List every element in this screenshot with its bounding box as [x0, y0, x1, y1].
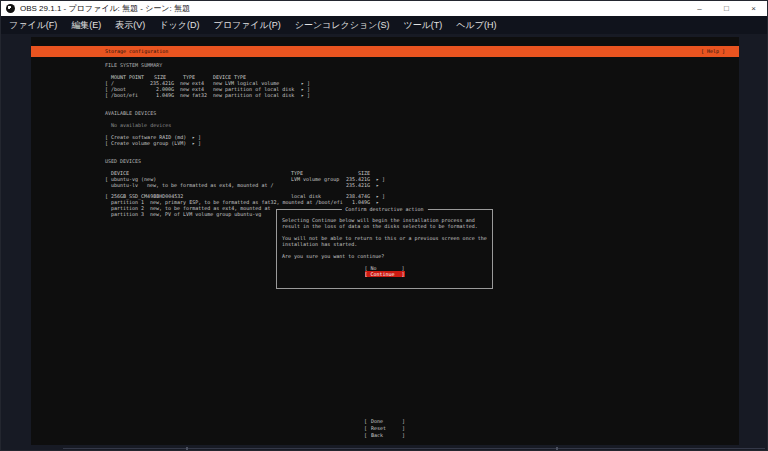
obs-logo-icon: [6, 4, 15, 13]
bracket-open: [: [105, 140, 108, 146]
bracket-close: ]: [401, 271, 404, 277]
dialog-paragraph: Selecting Continue below will begin the …: [282, 217, 487, 229]
reset-button[interactable]: [ Reset ]: [364, 425, 405, 431]
bracket-open: [: [364, 432, 367, 438]
window-titlebar: OBS 29.1.1 - プロファイル: 無題 - シーン: 無題 – □ ×: [1, 1, 767, 16]
partition-row[interactable]: partition 3 new, PV of LVM volume group …: [105, 211, 117, 217]
fs-type: new fat32: [180, 92, 207, 98]
dialog-title: Confirm destructive action: [341, 206, 427, 213]
window-title: OBS 29.1.1 - プロファイル: 無題 - シーン: 無題: [20, 3, 190, 14]
button-label: Reset: [371, 425, 402, 431]
available-devices-heading: AVAILABLE DEVICES: [105, 110, 156, 116]
more-arrow-icon: ▸ ]: [192, 140, 201, 146]
done-button[interactable]: [ Done ]: [364, 418, 405, 424]
continue-button[interactable]: [ Continue ]: [365, 271, 405, 277]
dock-divider: [63, 448, 765, 449]
dock-splitter-handle[interactable]: [186, 447, 188, 450]
confirm-dialog: Confirm destructive action Selecting Con…: [276, 209, 493, 289]
installer-title: Storage configuration: [105, 46, 168, 57]
menu-edit[interactable]: 編集(E): [71, 19, 101, 32]
menubar: ファイル(F) 編集(E) 表示(V) ドック(D) プロファイル(P) シーン…: [1, 16, 767, 34]
back-button[interactable]: [ Back ]: [364, 432, 405, 438]
dock-splitter-handle[interactable]: [556, 447, 558, 450]
bracket-close: ]: [402, 418, 405, 424]
bracket-open: [: [364, 418, 367, 424]
size: 1.049G: [321, 199, 370, 205]
bracket-open: [: [105, 92, 108, 98]
partition-name: partition 3: [111, 211, 144, 217]
button-label: Done: [371, 418, 402, 424]
obs-window: { "window": { "title": "OBS 29.1.1 - プロフ…: [0, 0, 768, 451]
button-label: Back: [371, 432, 402, 438]
button-label: Create volume group (LVM): [111, 140, 186, 146]
size: 235.421G: [321, 182, 370, 188]
menu-docks[interactable]: ドック(D): [159, 19, 199, 32]
used-devices-heading: USED DEVICES: [105, 158, 141, 164]
no-available-devices-text: No available devices: [111, 122, 171, 128]
more-arrow-icon: ▸ ]: [301, 92, 310, 98]
dialog-paragraph: You will not be able to return to this o…: [282, 235, 487, 247]
device-type: new partition of local disk: [213, 92, 294, 98]
close-button[interactable]: ×: [740, 1, 767, 16]
dialog-paragraph: Are you sure you want to continue?: [282, 253, 487, 259]
window-controls: – □ ×: [686, 1, 767, 16]
bracket-open: [: [364, 425, 367, 431]
installer-header-bar: Storage configuration [ Help ]: [31, 46, 739, 57]
dialog-buttons: [ No ] [ Continue ]: [282, 265, 487, 277]
more-arrow-icon: ▸: [376, 199, 379, 205]
help-button[interactable]: [ Help ]: [701, 46, 725, 57]
lv-row[interactable]: ubuntu-lv new, to be formatted as ext4, …: [105, 182, 117, 188]
bracket-close: ]: [402, 425, 405, 431]
fs-summary-heading: FILE SYSTEM SUMMARY: [105, 62, 162, 68]
minimize-button[interactable]: –: [686, 1, 713, 16]
menu-file[interactable]: ファイル(F): [9, 19, 57, 32]
installer-terminal: Storage configuration [ Help ] FILE SYST…: [31, 37, 739, 445]
fs-row-boot-efi[interactable]: [ /boot/efi 1.049G new fat32 new partiti…: [105, 92, 117, 98]
menu-tools[interactable]: ツール(T): [403, 19, 442, 32]
more-arrow-icon: ▸: [376, 182, 379, 188]
menu-help[interactable]: ヘルプ(H): [456, 19, 496, 32]
dialog-body: Selecting Continue below will begin the …: [277, 210, 492, 277]
create-vg-button[interactable]: [ Create volume group (LVM) ▸ ]: [105, 140, 117, 146]
menu-view[interactable]: 表示(V): [115, 19, 145, 32]
partition-desc: new, PV of LVM volume group ubuntu-vg: [150, 211, 261, 217]
device-name: ubuntu-lv: [111, 182, 138, 188]
maximize-button[interactable]: □: [713, 1, 740, 16]
bracket-open: [: [365, 271, 368, 277]
bracket-close: ]: [402, 432, 405, 438]
menu-scene-collection[interactable]: シーンコレクション(S): [295, 19, 390, 32]
device-desc: new, to be formatted as ext4, mounted at…: [147, 182, 273, 188]
button-label: Continue: [371, 271, 402, 277]
size: 1.049G: [125, 92, 174, 98]
menu-profile[interactable]: プロファイル(P): [213, 19, 280, 32]
